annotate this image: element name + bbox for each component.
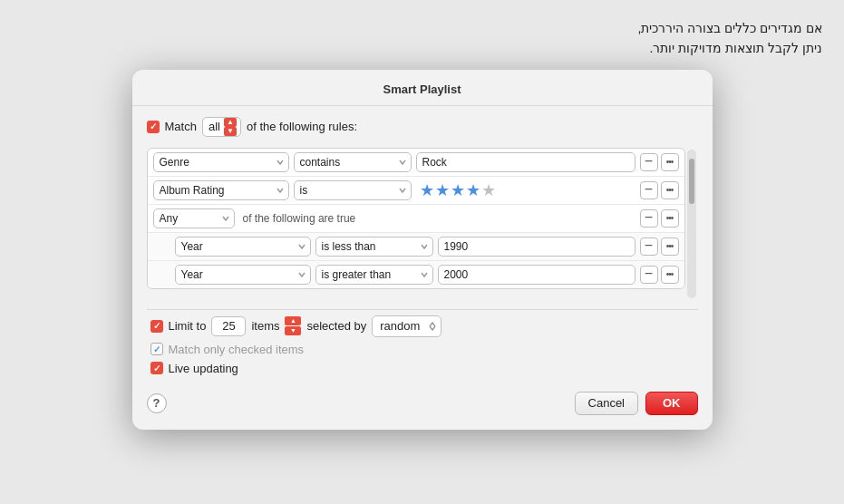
rule4-value[interactable] [438,237,635,257]
rule5-operator[interactable]: is greater than [315,265,433,285]
match-checked-checkbox[interactable] [150,343,163,355]
items-stepper-up[interactable]: ▲ [285,316,301,325]
star2[interactable]: ★ [435,180,450,200]
rule1-operator[interactable]: contains [294,152,412,172]
rule2-stars[interactable]: ★ ★ ★ ★ ★ [416,180,635,200]
star1[interactable]: ★ [420,180,434,200]
match-value-stepper[interactable]: all ▲ ▼ [202,117,241,137]
rule5-value[interactable] [438,265,635,285]
match-stepper-down[interactable]: ▼ [224,127,237,136]
star5[interactable]: ★ [481,180,496,200]
match-value: all [207,120,222,133]
rule-row-nested: Year is greater than − ••• [148,261,684,288]
rule-row: Genre contains − ••• [148,149,684,177]
live-updating-label: Live updating [169,362,238,375]
rule2-operator[interactable]: is [294,180,412,200]
live-updating-checkbox[interactable] [150,362,163,374]
rule3-remove-btn[interactable]: − [640,209,658,228]
rules-container: Genre contains − ••• [147,148,685,289]
match-stepper-up[interactable]: ▲ [224,118,237,127]
limit-prefix-label: Limit to [169,319,207,333]
rule4-operator[interactable]: is less than [315,237,433,257]
match-checked-row: Match only checked items [150,343,694,356]
cancel-button[interactable]: Cancel [575,392,638,415]
live-updating-row: Live updating [150,362,694,375]
rule5-field[interactable]: Year [175,265,311,285]
rule3-group-label: of the following are true [239,212,635,225]
smart-playlist-dialog: Smart Playlist Match all ▲ ▼ of the foll… [132,70,713,430]
dialog-footer: ? Cancel OK [132,383,713,415]
star3[interactable]: ★ [451,180,465,200]
selected-by-label: selected by [306,319,366,333]
rule1-remove-btn[interactable]: − [640,153,658,171]
items-stepper-down[interactable]: ▼ [285,326,301,335]
rule2-remove-btn[interactable]: − [640,181,658,199]
ok-button[interactable]: OK [645,392,698,415]
match-prefix-label: Match [165,120,197,133]
rule3-field[interactable]: Any [153,208,235,228]
rule2-more-btn[interactable]: ••• [661,181,679,199]
rule5-more-btn[interactable]: ••• [661,266,679,284]
limit-value-input[interactable] [211,316,246,336]
rule-row-nested: Year is less than − ••• [148,233,684,261]
star4[interactable]: ★ [466,180,480,200]
scrollbar-track[interactable] [687,150,696,298]
match-row: Match all ▲ ▼ of the following rules: [147,117,698,137]
help-button[interactable]: ? [147,393,167,413]
items-stepper[interactable]: ▲ ▼ [285,316,301,336]
rule2-field[interactable]: Album Rating [153,180,289,200]
rule4-more-btn[interactable]: ••• [661,237,679,256]
tooltip-text: אם מגדירים כללים בצורה היררכית, ניתן לקב… [492,7,837,70]
rule-row: Album Rating is ★ ★ ★ ★ ★ [148,177,684,205]
selected-by-select[interactable]: random [372,315,441,337]
dialog-title: Smart Playlist [132,70,713,106]
rule-row-group: Any of the following are true − ••• [148,205,684,233]
rule3-more-btn[interactable]: ••• [661,209,679,228]
rule1-field[interactable]: Genre [153,152,289,172]
rule4-field[interactable]: Year [175,237,311,257]
rule1-more-btn[interactable]: ••• [661,153,679,171]
scrollbar-thumb[interactable] [689,159,694,204]
limit-checkbox[interactable] [150,320,163,333]
match-suffix-label: of the following rules: [247,120,357,133]
rule4-remove-btn[interactable]: − [640,237,658,256]
rule1-value[interactable] [416,152,635,172]
items-label: items [251,319,279,333]
rule5-remove-btn[interactable]: − [640,266,658,284]
rules-scroll-wrapper: Genre contains − ••• [147,148,698,300]
match-checked-label: Match only checked items [169,343,305,356]
match-checkbox[interactable] [147,121,160,133]
limit-row: Limit to items ▲ ▼ selected by random [150,315,694,337]
footer-buttons: Cancel OK [575,392,698,415]
bottom-section: Limit to items ▲ ▼ selected by random Ma [147,315,698,375]
